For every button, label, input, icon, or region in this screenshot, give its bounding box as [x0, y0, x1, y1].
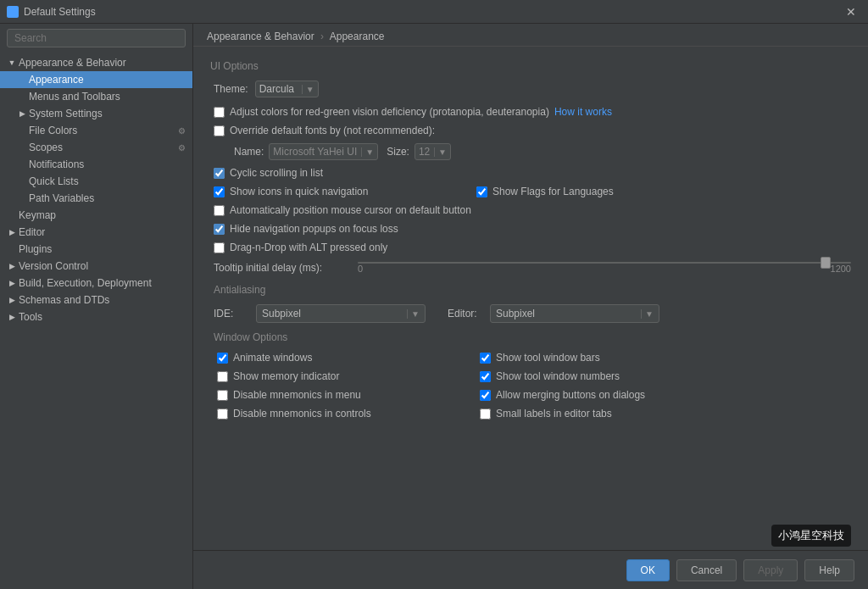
theme-label: Theme: [214, 83, 248, 95]
ide-aa-select[interactable]: Subpixel [262, 308, 403, 320]
ide-label: IDE: [214, 308, 248, 320]
sidebar-item-label: Appearance & Behavior [19, 57, 126, 69]
mnemonics-controls-small-row: Disable mnemonics in controls Small labe… [214, 408, 851, 420]
sidebar-item-file-colors[interactable]: File Colors ⚙ [0, 122, 192, 139]
sidebar-item-label: Keymap [19, 209, 56, 221]
sidebar-item-editor[interactable]: Editor [0, 224, 192, 241]
font-name-select-wrapper[interactable]: Microsoft YaHei UI ▼ [269, 143, 378, 160]
sidebar-item-plugins[interactable]: Plugins [0, 241, 192, 258]
hide-nav-popups-checkbox[interactable] [214, 224, 225, 235]
sidebar-item-quick-lists[interactable]: Quick Lists [0, 173, 192, 190]
sidebar-item-schemas-dtds[interactable]: Schemas and DTDs [0, 292, 192, 308]
apply-button[interactable]: Apply [743, 559, 798, 581]
editor-select-wrapper[interactable]: Subpixel ▼ [490, 304, 659, 323]
override-fonts-row: Override default fonts by (not recommend… [210, 125, 851, 136]
sidebar-item-scopes[interactable]: Scopes ⚙ [0, 139, 192, 156]
cyclic-scrolling-label[interactable]: Cyclic scrolling in list [230, 167, 323, 179]
close-button[interactable]: ✕ [841, 3, 861, 20]
leaf-icon [7, 210, 17, 220]
editor-aa-select[interactable]: Subpixel [496, 308, 637, 320]
show-icons-col: Show icons in quick navigation [214, 186, 476, 197]
sidebar-item-label: Build, Execution, Deployment [19, 277, 152, 289]
leaf-icon [17, 193, 27, 203]
expand-arrow-icon [7, 58, 17, 68]
show-memory-label[interactable]: Show memory indicator [233, 370, 339, 382]
theme-select[interactable]: Darcula [259, 83, 298, 95]
theme-row: Theme: Darcula ▼ [210, 81, 851, 97]
font-name-label: Name: [234, 146, 264, 158]
bottom-bar: OK Cancel Apply Help [193, 550, 868, 589]
leaf-icon [17, 92, 27, 102]
show-icons-label[interactable]: Show icons in quick navigation [230, 186, 368, 197]
drag-drop-label[interactable]: Drag-n-Drop with ALT pressed only [230, 242, 387, 253]
title-bar: Default Settings ✕ [0, 0, 868, 24]
show-flags-label[interactable]: Show Flags for Languages [492, 186, 614, 197]
expand-arrow-icon [7, 261, 17, 271]
tree-section: Appearance & Behavior Appearance Menus a… [0, 53, 192, 327]
leaf-icon [17, 75, 27, 85]
right-panel: Appearance & Behavior › Appearance UI Op… [193, 24, 868, 589]
sidebar-item-label: Quick Lists [29, 175, 79, 187]
disable-mnemonics-controls-label[interactable]: Disable mnemonics in controls [233, 408, 371, 420]
hide-nav-popups-row: Hide navigation popups on focus loss [210, 223, 851, 235]
settings-badge-icon: ⚙ [178, 126, 186, 136]
dropdown-arrow-icon[interactable]: ▼ [641, 309, 654, 319]
sidebar-item-system-settings[interactable]: System Settings [0, 105, 192, 122]
dropdown-arrow-icon[interactable]: ▼ [434, 147, 447, 157]
show-icons-checkbox[interactable] [214, 186, 225, 197]
small-labels-checkbox[interactable] [480, 408, 491, 420]
animate-windows-label[interactable]: Animate windows [233, 352, 312, 364]
show-flags-checkbox[interactable] [476, 186, 487, 197]
disable-mnemonics-menu-label[interactable]: Disable mnemonics in menu [233, 389, 361, 401]
sidebar-item-tools[interactable]: Tools [0, 308, 192, 325]
small-labels-label[interactable]: Small labels in editor tabs [496, 408, 612, 420]
slider-min-label: 0 [358, 264, 363, 274]
theme-select-wrapper[interactable]: Darcula ▼ [255, 81, 319, 97]
animate-windows-checkbox[interactable] [217, 353, 228, 364]
sidebar-item-path-variables[interactable]: Path Variables [0, 190, 192, 207]
font-size-select[interactable]: 12 [419, 146, 431, 158]
cancel-button[interactable]: Cancel [676, 559, 737, 581]
font-name-select[interactable]: Microsoft YaHei UI [273, 146, 358, 158]
drag-drop-checkbox[interactable] [214, 242, 225, 253]
auto-position-checkbox[interactable] [214, 205, 225, 216]
dropdown-arrow-icon[interactable]: ▼ [302, 85, 314, 94]
show-tool-window-numbers-checkbox[interactable] [480, 371, 491, 382]
font-size-select-wrapper[interactable]: 12 ▼ [415, 143, 451, 160]
sidebar-item-appearance[interactable]: Appearance [0, 71, 192, 88]
show-tool-window-bars-label[interactable]: Show tool window bars [496, 352, 600, 364]
how-it-works-link[interactable]: How it works [554, 106, 612, 118]
aa-row: IDE: Subpixel ▼ Editor: Subpixel ▼ [214, 304, 851, 323]
sidebar-item-build-execution[interactable]: Build, Execution, Deployment [0, 275, 192, 292]
memory-toolnumbers-row: Show memory indicator Show tool window n… [214, 370, 851, 382]
ide-select-wrapper[interactable]: Subpixel ▼ [256, 304, 426, 323]
slider-range-labels: 0 1200 [358, 264, 851, 274]
auto-position-label[interactable]: Automatically position mouse cursor on d… [230, 204, 471, 216]
hide-nav-popups-label[interactable]: Hide navigation popups on focus loss [230, 223, 398, 235]
override-fonts-checkbox[interactable] [214, 125, 225, 136]
dropdown-arrow-icon[interactable]: ▼ [361, 147, 374, 157]
dropdown-arrow-icon[interactable]: ▼ [407, 309, 420, 319]
small-labels-col: Small labels in editor tabs [480, 408, 612, 420]
show-tool-window-numbers-label[interactable]: Show tool window numbers [496, 370, 620, 382]
help-button[interactable]: Help [804, 559, 854, 581]
adjust-colors-checkbox[interactable] [214, 107, 225, 118]
search-input[interactable] [7, 29, 186, 47]
sidebar-item-menus-toolbars[interactable]: Menus and Toolbars [0, 88, 192, 105]
mnemonics-merging-row: Disable mnemonics in menu Allow merging … [214, 389, 851, 401]
allow-merging-checkbox[interactable] [480, 390, 491, 401]
adjust-colors-label[interactable]: Adjust colors for red-green vision defic… [230, 106, 549, 118]
ok-button[interactable]: OK [626, 559, 670, 581]
allow-merging-label[interactable]: Allow merging buttons on dialogs [496, 389, 645, 401]
disable-mnemonics-controls-checkbox[interactable] [217, 408, 228, 420]
sidebar-item-label: Scopes [29, 142, 63, 153]
sidebar-item-version-control[interactable]: Version Control [0, 258, 192, 275]
cyclic-scrolling-checkbox[interactable] [214, 168, 225, 179]
sidebar-item-notifications[interactable]: Notifications [0, 156, 192, 173]
sidebar-item-keymap[interactable]: Keymap [0, 207, 192, 224]
disable-mnemonics-menu-checkbox[interactable] [217, 390, 228, 401]
override-fonts-label[interactable]: Override default fonts by (not recommend… [230, 125, 435, 136]
show-memory-checkbox[interactable] [217, 371, 228, 382]
show-tool-window-bars-checkbox[interactable] [480, 353, 491, 364]
sidebar-item-appearance-behavior[interactable]: Appearance & Behavior [0, 54, 192, 71]
